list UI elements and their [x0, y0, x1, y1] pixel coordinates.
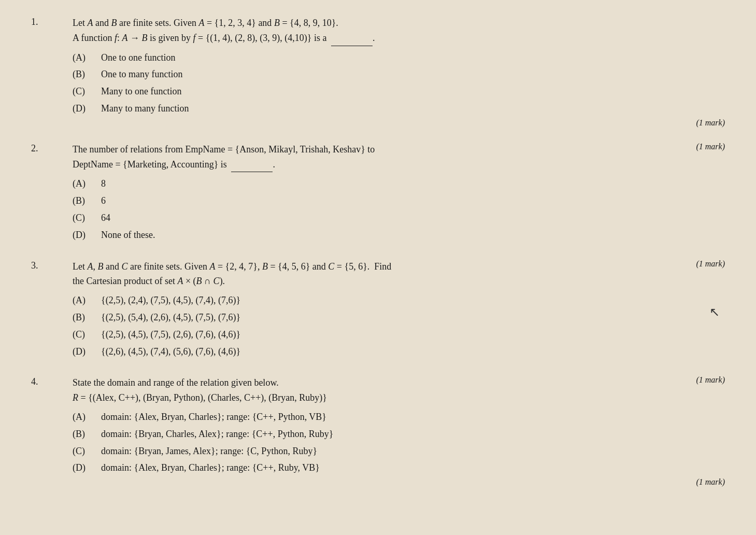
question-3-mark: (1 mark) [696, 259, 725, 269]
option-4c: (C) domain: {Bryan, James, Alex}; range:… [73, 444, 725, 459]
option-1a-text: One to one function [101, 50, 175, 65]
option-2d: (D) None of these. [73, 228, 725, 243]
option-4d: (D) domain: {Alex, Bryan, Charles}; rang… [73, 460, 725, 475]
option-1b: (B) One to many function [73, 67, 725, 82]
option-3b-letter: (B) [73, 310, 101, 325]
option-3c-letter: (C) [73, 327, 101, 342]
option-1b-text: One to many function [101, 67, 182, 82]
option-4c-text: domain: {Bryan, James, Alex}; range: {C,… [101, 444, 317, 459]
question-4-number: 4. [31, 375, 73, 487]
option-4d-text: domain: {Alex, Bryan, Charles}; range: {… [101, 460, 320, 475]
option-2b-letter: (B) [73, 193, 101, 208]
question-2-text: The number of relations from EmpName = {… [73, 142, 725, 173]
option-2c: (C) 64 [73, 210, 725, 226]
question-2-number: 2. [31, 142, 73, 245]
option-2b-text: 6 [101, 193, 106, 208]
question-1: 1. Let A and B are finite sets. Given A … [31, 16, 725, 128]
option-2a: (A) 8 [73, 176, 725, 191]
question-3: 3. (1 mark) Let A, B and C are finite se… [31, 259, 725, 361]
option-2b: (B) 6 [73, 193, 725, 208]
question-1-mark: (1 mark) [73, 118, 725, 128]
question-4-options: (A) domain: {Alex, Bryan, Charles}; rang… [73, 410, 725, 475]
option-3d-letter: (D) [73, 344, 101, 359]
question-3-text: Let A, B and C are finite sets. Given A … [73, 259, 725, 289]
question-3-options: (A) {(2,5), (2,4), (7,5), (4,5), (7,4), … [73, 293, 725, 359]
option-4c-letter: (C) [73, 444, 101, 459]
option-1d-text: Many to many function [101, 101, 189, 116]
option-4a-text: domain: {Alex, Bryan, Charles}; range: {… [101, 410, 326, 425]
question-4-mark-bottom: (1 mark) [73, 477, 725, 487]
option-2d-letter: (D) [73, 228, 101, 243]
question-4-content: (1 mark) State the domain and range of t… [73, 375, 725, 487]
option-1c-text: Many to one function [101, 84, 181, 99]
question-1-options: (A) One to one function (B) One to many … [73, 50, 725, 116]
option-1a: (A) One to one function [73, 50, 725, 65]
option-1d-letter: (D) [73, 101, 101, 116]
question-1-content: Let A and B are finite sets. Given A = {… [73, 16, 725, 128]
question-4: 4. (1 mark) State the domain and range o… [31, 375, 725, 487]
question-1-text: Let A and B are finite sets. Given A = {… [73, 16, 725, 46]
option-4a-letter: (A) [73, 410, 101, 425]
option-2d-text: None of these. [101, 228, 155, 243]
option-3b-text: {(2,5), (5,4), (2,6), (4,5), (7,5), (7,6… [101, 310, 240, 325]
option-2c-letter: (C) [73, 210, 101, 226]
question-2-content: (1 mark) The number of relations from Em… [73, 142, 725, 245]
option-1c: (C) Many to one function [73, 84, 725, 99]
option-4b-letter: (B) [73, 427, 101, 442]
option-3a: (A) {(2,5), (2,4), (7,5), (4,5), (7,4), … [73, 293, 725, 308]
question-2-options: (A) 8 (B) 6 (C) 64 (D) None of these. [73, 176, 725, 242]
option-3d-text: {(2,6), (4,5), (7,4), (5,6), (7,6), (4,6… [101, 344, 240, 359]
option-3a-text: {(2,5), (2,4), (7,5), (4,5), (7,4), (7,6… [101, 293, 240, 308]
questions-container: 1. Let A and B are finite sets. Given A … [21, 16, 735, 487]
option-1c-letter: (C) [73, 84, 101, 99]
option-3c: (C) {(2,5), (4,5), (7,5), (2,6), (7,6), … [73, 327, 725, 342]
option-4b-text: domain: {Bryan, Charles, Alex}; range: {… [101, 427, 333, 442]
option-3b: (B) {(2,5), (5,4), (2,6), (4,5), (7,5), … [73, 310, 725, 325]
option-3a-letter: (A) [73, 293, 101, 308]
option-2a-letter: (A) [73, 176, 101, 191]
option-2a-text: 8 [101, 176, 106, 191]
option-1a-letter: (A) [73, 50, 101, 65]
option-3d: (D) {(2,6), (4,5), (7,4), (5,6), (7,6), … [73, 344, 725, 359]
cursor-arrow-icon: ↖ [709, 305, 720, 319]
option-1d: (D) Many to many function [73, 101, 725, 116]
question-4-text: State the domain and range of the relati… [73, 375, 725, 405]
question-2: 2. (1 mark) The number of relations from… [31, 142, 725, 245]
option-3c-text: {(2,5), (4,5), (7,5), (2,6), (7,6), (4,6… [101, 327, 240, 342]
question-4-mark: (1 mark) [696, 375, 725, 385]
question-1-number: 1. [31, 16, 73, 128]
option-1b-letter: (B) [73, 67, 101, 82]
option-4b: (B) domain: {Bryan, Charles, Alex}; rang… [73, 427, 725, 442]
question-3-content: (1 mark) Let A, B and C are finite sets.… [73, 259, 725, 361]
question-3-number: 3. [31, 259, 73, 361]
option-4a: (A) domain: {Alex, Bryan, Charles}; rang… [73, 410, 725, 425]
option-4d-letter: (D) [73, 460, 101, 475]
question-2-mark: (1 mark) [696, 142, 725, 151]
option-2c-text: 64 [101, 210, 110, 226]
